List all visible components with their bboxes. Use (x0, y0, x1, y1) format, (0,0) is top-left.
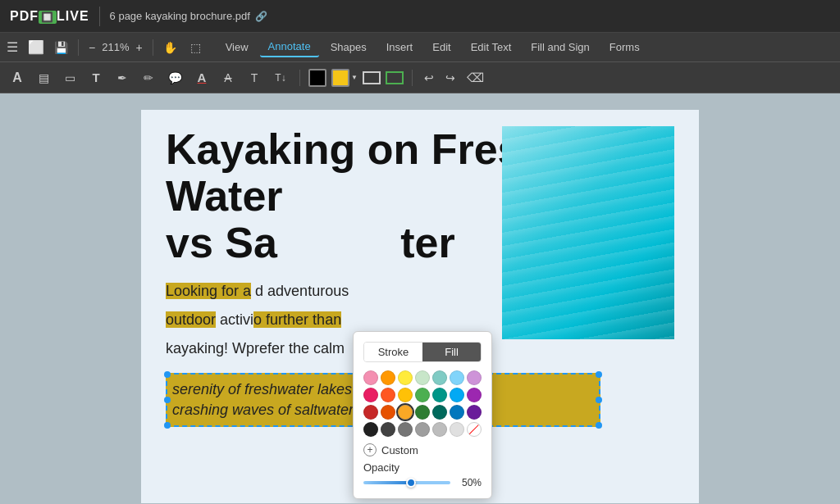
color-pink-light[interactable] (363, 370, 378, 385)
zoom-control: − 211% + (85, 39, 146, 56)
tab-fill[interactable]: Fill (422, 343, 481, 361)
fill-color-arrow: ▼ (351, 74, 358, 81)
toolbar-separator2 (412, 70, 413, 86)
add-custom-color-button[interactable]: + (363, 443, 377, 456)
opacity-value: 50% (457, 477, 482, 488)
stroke-rect-green-button[interactable] (386, 71, 404, 84)
menu-fill-sign[interactable]: Fill and Sign (523, 38, 598, 57)
stroke-rect-button[interactable] (363, 71, 381, 84)
tab-stroke[interactable]: Stroke (364, 343, 422, 361)
opacity-slider-thumb[interactable] (406, 478, 416, 488)
type-text-button[interactable]: T (85, 67, 107, 89)
body-text-3: kayaking! W (166, 340, 246, 356)
color-purple-dark[interactable] (467, 405, 482, 420)
strikethrough-button[interactable]: A (217, 67, 239, 89)
color-black[interactable] (363, 422, 378, 437)
handle-tr[interactable] (596, 371, 602, 378)
toolbar-separator (299, 70, 300, 86)
handle-ml[interactable] (164, 397, 171, 403)
menu-divider (78, 39, 79, 56)
color-green-light[interactable] (415, 370, 430, 385)
color-gray-lighter[interactable] (450, 422, 464, 437)
color-blue-light[interactable] (450, 370, 464, 385)
menu-insert[interactable]: Insert (378, 38, 422, 57)
color-purple[interactable] (467, 388, 482, 402)
picker-tabs: Stroke Fill (363, 342, 482, 362)
pen-tool-button[interactable]: ✒ (112, 67, 133, 89)
sidebar-toggle-button[interactable]: ⬜ (28, 39, 44, 55)
color-green-dark[interactable] (415, 405, 430, 420)
title-line1: Kayaking on Fresh Water (166, 125, 547, 220)
color-yellow-dark[interactable] (398, 405, 413, 420)
color-picker-popup: Stroke Fill (353, 331, 492, 499)
menu-view[interactable]: View (217, 38, 257, 57)
menu-shapes[interactable]: Shapes (322, 38, 375, 57)
color-none[interactable] (467, 422, 482, 437)
menu-edit[interactable]: Edit (424, 38, 459, 57)
hamburger-button[interactable]: ☰ (7, 39, 18, 55)
save-button[interactable]: 💾 (51, 39, 71, 56)
color-purple-light[interactable] (467, 370, 482, 385)
color-teal[interactable] (432, 388, 447, 402)
color-deep-orange[interactable] (381, 388, 395, 402)
color-gray-medium[interactable] (415, 422, 430, 437)
color-teal-light[interactable] (432, 370, 447, 385)
subscript-button[interactable]: T↓ (270, 67, 291, 89)
live-badge: 🔲 (39, 11, 57, 24)
body-text-1: d adventurous (251, 283, 349, 299)
opacity-slider[interactable] (363, 481, 450, 484)
zoom-in-button[interactable]: + (132, 39, 145, 56)
opacity-row: 50% (363, 477, 482, 488)
menu-annotate[interactable]: Annotate (260, 37, 319, 57)
redo-button[interactable]: ↪ (442, 70, 459, 86)
color-gray-light[interactable] (432, 422, 447, 437)
color-gray-dark[interactable] (381, 422, 395, 437)
handle-br[interactable] (596, 422, 602, 429)
opacity-label: Opacity (363, 461, 482, 474)
comment-button[interactable]: 💬 (164, 67, 186, 89)
select-tool-button[interactable]: ⬚ (187, 39, 204, 56)
color-amber[interactable] (398, 388, 413, 402)
pencil-tool-button[interactable]: ✏ (138, 67, 159, 89)
body-text-2: activi (216, 311, 253, 328)
handle-bl[interactable] (164, 422, 171, 429)
color-green[interactable] (415, 388, 430, 402)
color-orange-dark[interactable] (381, 405, 395, 420)
color-yellow[interactable] (398, 370, 413, 385)
text-size-button[interactable]: T (244, 67, 265, 89)
top-bar: PDF🔲LIVE 6 page kayaking brochure.pdf 🔗 (0, 0, 840, 33)
pdf-logo: PDF🔲LIVE (10, 9, 89, 24)
link-icon: 🔗 (255, 11, 267, 22)
undo-button[interactable]: ↩ (421, 70, 437, 86)
body-text-3b: prefer the calm (246, 340, 345, 356)
custom-color-row[interactable]: + Custom (363, 443, 482, 456)
handle-tl[interactable] (164, 371, 171, 378)
stroke-color-swatch[interactable] (308, 69, 326, 87)
fill-color-swatch-group[interactable]: ▼ (331, 69, 358, 87)
top-divider (99, 7, 100, 26)
color-teal-dark[interactable] (432, 405, 447, 420)
highlight-3: o further than (253, 311, 341, 328)
color-orange[interactable] (381, 370, 395, 385)
custom-label: Custom (381, 444, 418, 456)
color-gray[interactable] (398, 422, 413, 437)
annotation-toolbar: A ▤ ▭ T ✒ ✏ 💬 A A T T↓ ▼ ↩ ↪ ⌫ (0, 62, 840, 93)
hand-tool-button[interactable]: ✋ (160, 39, 180, 56)
highlight-button[interactable]: ▭ (59, 67, 80, 89)
color-pink[interactable] (363, 388, 378, 402)
text-color-button[interactable]: A (191, 67, 212, 89)
text-tool-button[interactable]: A (7, 67, 28, 89)
menu-edit-text[interactable]: Edit Text (463, 38, 520, 57)
menu-forms[interactable]: Forms (601, 38, 648, 57)
menu-bar: ☰ ⬜ 💾 − 211% + ✋ ⬚ View Annotate Shapes … (0, 33, 840, 62)
wave-pattern (502, 126, 674, 339)
ocean-image (502, 126, 674, 339)
text-format-button[interactable]: ▤ (33, 67, 54, 89)
color-red-dark[interactable] (363, 405, 378, 420)
color-blue[interactable] (450, 388, 464, 402)
fill-color-swatch[interactable] (331, 69, 349, 87)
handle-mr[interactable] (596, 397, 602, 403)
eraser-button[interactable]: ⌫ (463, 69, 487, 87)
color-blue-dark[interactable] (450, 405, 464, 420)
zoom-out-button[interactable]: − (85, 39, 98, 56)
